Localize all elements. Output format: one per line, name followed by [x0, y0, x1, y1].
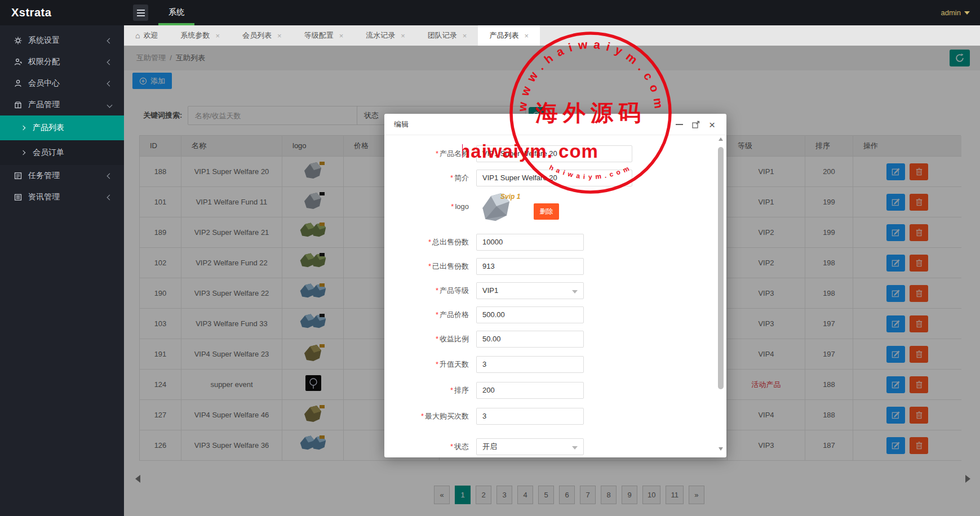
field-label-text: logo [455, 202, 469, 211]
sidebar-item-2[interactable]: 会员中心 [0, 73, 124, 94]
chevron-right-icon [21, 126, 25, 130]
sidebar-submenu: 产品列表会员订单 [0, 115, 124, 165]
tab-close-icon[interactable]: × [339, 32, 344, 39]
app-window: Xstrata 系统 admin 系统设置权限分配会员中心产品管理产品列表会员订… [0, 0, 980, 516]
field-label: *已出售份数 [384, 258, 469, 275]
tab-3[interactable]: 等级配置× [293, 25, 355, 46]
required-asterisk: * [428, 238, 431, 246]
gear-icon [14, 36, 23, 45]
minimize-icon[interactable] [676, 124, 683, 125]
tab-close-icon[interactable]: × [215, 32, 220, 39]
tab-close-icon[interactable]: × [463, 32, 467, 39]
sidebar-item-3[interactable]: 产品管理 [0, 94, 124, 115]
sidebar-item-4[interactable]: 任务管理 [0, 165, 124, 186]
tab-4[interactable]: 流水记录× [354, 25, 416, 46]
tab-5[interactable]: 团队记录× [416, 25, 478, 46]
topnav-item-system[interactable]: 系统 [158, 0, 194, 25]
required-asterisk: * [436, 310, 438, 319]
form-row-5: *产品等级VIP1 [384, 282, 726, 299]
tab-close-icon[interactable]: × [401, 32, 405, 39]
field-input-9[interactable]: 200 [476, 382, 584, 399]
topnav-label: 系统 [168, 7, 184, 16]
select-caret-icon [572, 290, 578, 293]
permission-icon [14, 57, 23, 66]
tab-label: 产品列表 [489, 30, 518, 41]
field-input-7[interactable]: 50.00 [476, 331, 584, 348]
tab-1[interactable]: 系统参数× [169, 25, 231, 46]
logo-delete-button[interactable]: 删除 [534, 203, 559, 220]
tab-label: 欢迎 [143, 30, 158, 41]
sidebar: 系统设置权限分配会员中心产品管理产品列表会员订单任务管理资讯管理 [0, 25, 124, 516]
field-label: *排序 [384, 382, 469, 399]
hamburger-menu-icon[interactable] [133, 5, 148, 21]
field-label: *产品名称 [384, 145, 469, 162]
chevron-left-icon [107, 81, 113, 86]
modal-header: 编辑 × [384, 114, 726, 135]
tab-2[interactable]: 会员列表× [231, 25, 293, 46]
tab-0[interactable]: ⌂欢迎 [124, 25, 169, 46]
chevron-right-icon [21, 150, 25, 155]
required-asterisk: * [421, 412, 424, 420]
field-input-1[interactable]: VIP1 Super Welfare 20 [476, 170, 632, 186]
required-asterisk: * [450, 386, 453, 394]
field-input-4[interactable]: 913 [476, 258, 584, 275]
product-icon [14, 100, 23, 109]
required-asterisk: * [436, 335, 438, 343]
field-label-text: 总出售份数 [432, 238, 469, 246]
tab-6[interactable]: 产品列表× [478, 25, 540, 46]
required-asterisk: * [450, 442, 453, 451]
form-row-11: *状态开启 [384, 438, 726, 455]
user-menu[interactable]: admin [941, 0, 970, 25]
tab-bar: ⌂欢迎系统参数×会员列表×等级配置×流水记录×团队记录×产品列表× [124, 25, 980, 46]
field-label: *产品价格 [384, 306, 469, 323]
form-row-8: *升值天数3 [384, 356, 726, 373]
chevron-down-icon [964, 11, 970, 15]
field-label: *升值天数 [384, 356, 469, 373]
scrollbar-up-arrow-icon[interactable] [719, 137, 723, 141]
tab-label: 等级配置 [304, 30, 334, 41]
field-input-10[interactable]: 3 [476, 408, 584, 425]
close-icon[interactable]: × [709, 119, 715, 130]
chevron-left-icon [107, 38, 113, 43]
field-label-text: 已出售份数 [432, 262, 469, 270]
sidebar-subitem-label: 会员订单 [33, 148, 64, 158]
modal-title: 编辑 [394, 114, 409, 135]
sidebar-subitem-0[interactable]: 产品列表 [0, 115, 124, 140]
username: admin [941, 0, 961, 25]
field-label-text: 排序 [454, 386, 469, 394]
sidebar-item-label: 会员中心 [28, 78, 60, 88]
field-input-6[interactable]: 500.00 [476, 306, 584, 323]
sidebar-item-label: 系统设置 [28, 35, 60, 46]
field-label: *最大购买次数 [384, 408, 469, 425]
field-select-11[interactable]: 开启 [476, 438, 584, 455]
field-label-text: 升值天数 [440, 360, 469, 368]
tab-close-icon[interactable]: × [524, 32, 529, 39]
field-label: *总出售份数 [384, 234, 469, 251]
sidebar-subitem-1[interactable]: 会员订单 [0, 140, 124, 165]
field-input-0[interactable]: VIP1 Super Welfare 20 [476, 145, 632, 162]
sidebar-item-0[interactable]: 系统设置 [0, 30, 124, 51]
required-asterisk: * [428, 262, 431, 270]
sidebar-item-label: 资讯管理 [28, 192, 60, 202]
required-asterisk: * [451, 202, 454, 211]
field-input-3[interactable]: 10000 [476, 234, 584, 251]
logo-gold-tag: Svip 1 [500, 193, 520, 201]
tab-close-icon[interactable]: × [277, 32, 282, 39]
sidebar-item-1[interactable]: 权限分配 [0, 51, 124, 73]
form-row-6: *产品价格500.00 [384, 306, 726, 323]
field-input-8[interactable]: 3 [476, 356, 584, 373]
tab-label: 会员列表 [242, 30, 272, 41]
tab-label: 团队记录 [428, 30, 457, 41]
tasks-icon [14, 171, 23, 180]
maximize-icon[interactable] [692, 121, 700, 128]
form-row-1: *简介VIP1 Super Welfare 20 [384, 170, 726, 186]
field-select-5[interactable]: VIP1 [476, 282, 584, 299]
sidebar-item-5[interactable]: 资讯管理 [0, 186, 124, 208]
scrollbar-down-arrow-icon[interactable] [719, 447, 723, 451]
form-row-9: *排序200 [384, 382, 726, 399]
modal-scrollbar [717, 136, 724, 452]
scrollbar-thumb[interactable] [718, 147, 724, 389]
top-bar: Xstrata 系统 admin [0, 0, 980, 25]
chevron-left-icon [107, 173, 113, 179]
field-label-text: 产品价格 [440, 310, 469, 319]
